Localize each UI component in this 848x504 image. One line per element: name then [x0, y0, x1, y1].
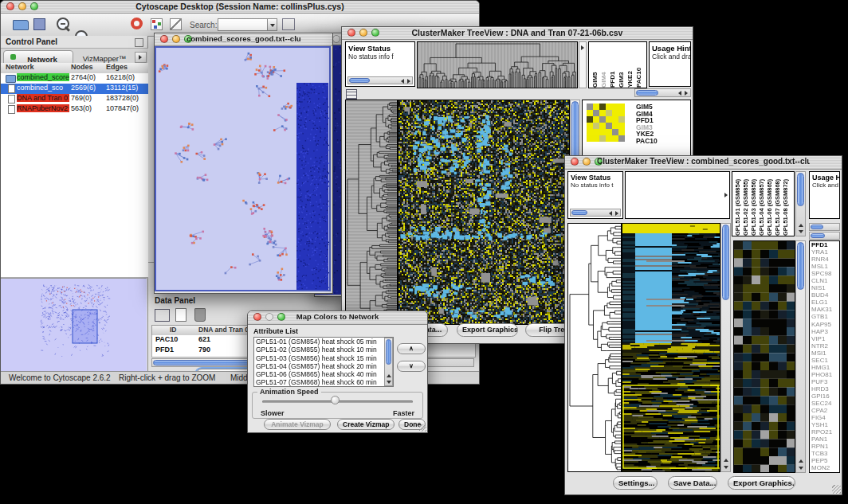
- close-button[interactable]: [253, 313, 261, 321]
- tv2-column-label[interactable]: GPL51-01 (GSM854): [734, 174, 741, 236]
- gene-label[interactable]: YRA1: [811, 248, 839, 256]
- gene-label[interactable]: YSH1: [811, 421, 839, 428]
- gene-label[interactable]: VIP1: [811, 335, 839, 342]
- annotation-icon[interactable]: [170, 18, 182, 30]
- tv1-column-label[interactable]: YKE2: [626, 44, 634, 88]
- tv2-heatmap-vscrollbar[interactable]: [720, 223, 731, 472]
- gene-label[interactable]: RPN1: [811, 443, 839, 450]
- open-session-icon[interactable]: [13, 20, 29, 30]
- help-lifesaver-icon[interactable]: [131, 18, 143, 29]
- minimize-button[interactable]: [172, 35, 180, 43]
- gene-label[interactable]: PUF3: [811, 378, 839, 385]
- network-table-row[interactable]: RNAPuberNov2+I 563(0) 107847(0): [1, 104, 148, 115]
- tv2-labels-vscrollbar[interactable]: [795, 171, 806, 236]
- main-titlebar[interactable]: Cytoscape Desktop (Session Name: collins…: [1, 1, 479, 14]
- gene-label[interactable]: BUD4: [811, 291, 839, 299]
- gene-label[interactable]: MAK31: [811, 306, 839, 313]
- tv2-save-data-button[interactable]: Save Data...: [668, 476, 717, 490]
- zoom-out-icon[interactable]: [57, 18, 69, 30]
- close-button[interactable]: [347, 29, 355, 37]
- col-edges[interactable]: Edges: [106, 63, 128, 71]
- gene-label[interactable]: CPA2: [811, 407, 839, 414]
- new-attribute-icon[interactable]: [175, 308, 186, 322]
- vizmap-icon[interactable]: [151, 18, 163, 30]
- gene-label[interactable]: HMG1: [811, 364, 839, 371]
- col-nodes[interactable]: Nodes: [71, 63, 93, 71]
- tv1-column-label[interactable]: GIM5: [591, 44, 599, 88]
- tv1-column-label[interactable]: GIM3: [618, 44, 625, 88]
- attribute-item[interactable]: GPL51-04 (GSM857) heat shock 20 min: [254, 362, 384, 370]
- tv2-column-label[interactable]: GPL51-03 (GSM856): [750, 174, 757, 236]
- control-panel-float-icon[interactable]: [135, 38, 143, 47]
- attribute-item[interactable]: GPL51-02 (GSM855) heat shock 10 min: [254, 346, 384, 354]
- network-canvas-1[interactable]: [156, 48, 329, 290]
- gene-label[interactable]: SEC24: [811, 400, 839, 407]
- id-column[interactable]: ID: [170, 326, 177, 334]
- close-button[interactable]: [6, 2, 14, 10]
- tv1-summary-hscrollbar[interactable]: [634, 88, 691, 97]
- gene-label[interactable]: PHO81: [811, 371, 839, 378]
- tv1-correlation-matrix[interactable]: [587, 104, 626, 142]
- close-button[interactable]: [160, 35, 168, 43]
- tv1-heatmap[interactable]: [398, 100, 570, 325]
- gene-label[interactable]: PEP5: [811, 457, 839, 464]
- attribute-item[interactable]: GPL51-01 (GSM854) heat shock 05 min: [254, 338, 384, 346]
- gene-label[interactable]: RNR4: [811, 256, 839, 263]
- tab-vizmapper[interactable]: VizMapper™: [73, 50, 135, 63]
- gene-label[interactable]: ELG1: [811, 299, 839, 306]
- gene-label[interactable]: KAP95: [811, 321, 839, 328]
- tab-overflow-arrow[interactable]: [135, 52, 147, 63]
- gene-label[interactable]: PAN1: [811, 436, 839, 443]
- save-session-icon[interactable]: [33, 18, 45, 30]
- gene-label[interactable]: RPO21: [811, 428, 839, 436]
- tv1-export-graphics-button[interactable]: Export Graphics...: [457, 323, 518, 337]
- tv1-row-label[interactable]: PAC10: [636, 138, 658, 145]
- tv1-row-dendrogram[interactable]: [345, 100, 398, 325]
- gene-label[interactable]: NIS1: [811, 284, 839, 291]
- resize-grip[interactable]: [832, 485, 841, 494]
- network-table-row[interactable]: DNA and Tran 07 769(0) 183728(0): [1, 94, 148, 104]
- col-network[interactable]: Network: [6, 63, 34, 71]
- move-up-button[interactable]: ∧: [397, 343, 426, 354]
- search-input[interactable]: [218, 18, 269, 31]
- tv2-column-label[interactable]: GPL51-07 (GSM868): [774, 174, 781, 236]
- gene-label[interactable]: GPI16: [811, 393, 839, 400]
- gene-label[interactable]: GTB1: [811, 313, 839, 320]
- gene-label[interactable]: MSL1: [811, 263, 839, 270]
- attribute-item[interactable]: GPL51-03 (GSM856) heat shock 15 min: [254, 354, 384, 362]
- gene-label[interactable]: FIG4: [811, 414, 839, 421]
- tv2-column-label[interactable]: GPL51-06 (GSM865): [766, 174, 773, 236]
- tv2-zoom-heatmap[interactable]: [733, 240, 795, 473]
- gene-label[interactable]: NTR2: [811, 342, 839, 350]
- attribute-browser-icon[interactable]: [282, 18, 295, 30]
- gene-label[interactable]: HRD3: [811, 385, 839, 393]
- delete-attribute-icon[interactable]: [194, 308, 206, 322]
- gene-label[interactable]: HAP3: [811, 328, 839, 335]
- minimize-button[interactable]: [332, 35, 340, 43]
- animate-vizmap-button[interactable]: Animate Vizmap: [264, 419, 331, 430]
- gene-label[interactable]: MSI1: [811, 350, 839, 357]
- gene-label[interactable]: SEC1: [811, 357, 839, 364]
- tv2-settings-button[interactable]: Settings...: [613, 476, 658, 490]
- tv1-status-scrollbar[interactable]: [347, 76, 413, 84]
- attribute-item[interactable]: GPL51-06 (GSM865) heat shock 40 min: [254, 370, 384, 378]
- tv2-column-label[interactable]: GPL51-08 (GSM872): [782, 174, 789, 236]
- gene-label[interactable]: MON2: [811, 464, 839, 471]
- tv2-column-dendrogram[interactable]: [625, 171, 730, 219]
- tv2-genelist-hscrollbar[interactable]: [809, 232, 840, 240]
- gene-label[interactable]: CLN1: [811, 277, 839, 284]
- tv2-zoom-vscrollbar[interactable]: [795, 240, 806, 473]
- tv2-usage-scrollbar[interactable]: [809, 223, 840, 231]
- minimize-button[interactable]: [359, 29, 367, 37]
- network-table-row[interactable]: combined_scores 2764(0) 16218(0): [1, 73, 148, 84]
- tv2-export-graphics-button[interactable]: Export Graphics...: [728, 476, 795, 490]
- minimize-button[interactable]: [583, 158, 591, 166]
- speed-slider-thumb[interactable]: [331, 396, 340, 404]
- minimize-button[interactable]: [18, 2, 26, 10]
- tv1-column-dendrogram[interactable]: [417, 41, 578, 88]
- gene-label[interactable]: PFD1: [811, 241, 839, 248]
- tv1-column-label[interactable]: GIM4: [600, 44, 607, 88]
- resize-grip[interactable]: [419, 424, 426, 432]
- search-dropdown-button[interactable]: [267, 18, 277, 31]
- attribute-item[interactable]: GPL51-07 (GSM868) heat shock 60 min: [254, 378, 384, 386]
